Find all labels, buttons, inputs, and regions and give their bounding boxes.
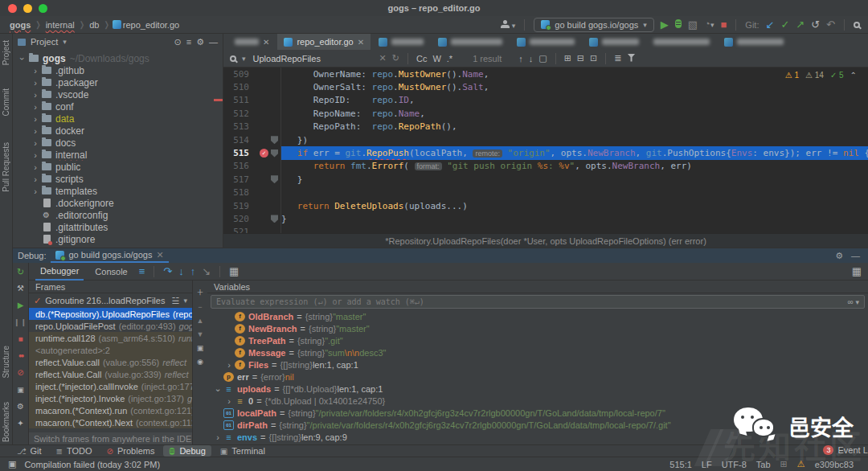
run-button[interactable]: ▶ bbox=[661, 19, 669, 31]
code-line[interactable]: 516 return fmt.Errorf( format: "git push… bbox=[223, 160, 868, 173]
threads-view-icon[interactable]: ≡ bbox=[139, 266, 145, 277]
gutter[interactable] bbox=[249, 80, 281, 93]
rail-commit-button[interactable]: Commit bbox=[2, 88, 10, 116]
gutter[interactable] bbox=[249, 160, 281, 173]
search-history-chevron-icon[interactable]: ▾ bbox=[242, 55, 246, 63]
gutter[interactable] bbox=[249, 199, 281, 212]
tab-redacted[interactable] bbox=[510, 34, 581, 50]
close-icon[interactable]: ✕ bbox=[156, 250, 163, 260]
tab-redacted[interactable] bbox=[583, 34, 645, 50]
tree-item[interactable]: ›public bbox=[13, 161, 223, 173]
search-everywhere-button[interactable] bbox=[854, 20, 860, 30]
code-line[interactable]: 517 } bbox=[223, 173, 868, 186]
pin-tab-button[interactable]: ✦ bbox=[17, 418, 23, 429]
next-occurrence-button[interactable]: ↓ bbox=[529, 54, 534, 63]
breadcrumb-file[interactable]: repo_editor.go bbox=[123, 20, 179, 30]
variable-row[interactable]: perr={error} nil bbox=[207, 371, 868, 383]
project-view-select[interactable]: Project bbox=[31, 37, 58, 47]
resume-button[interactable]: ▶ bbox=[18, 300, 24, 311]
tree-item[interactable]: .gitignore bbox=[13, 233, 223, 245]
gutter[interactable] bbox=[249, 226, 281, 233]
chevron-icon[interactable]: › bbox=[31, 114, 40, 124]
code-line[interactable]: 509 OwnerName: repo.MustOwner().Name, bbox=[223, 68, 868, 80]
tool-window-button-terminal[interactable]: ▣Terminal bbox=[215, 445, 271, 457]
stack-frame-row[interactable]: <autogenerated>:2 bbox=[29, 344, 192, 356]
code-line[interactable]: 519 return DeleteUploads(uploads...) bbox=[223, 199, 868, 212]
rail-project-button[interactable]: Project bbox=[2, 40, 10, 65]
tab-redacted[interactable] bbox=[372, 34, 430, 50]
tree-item[interactable]: ›.github bbox=[13, 64, 223, 76]
stack-frame-row[interactable]: reflect.Value.Call(value.go:339)reflect bbox=[29, 368, 192, 380]
run-to-cursor-button[interactable]: ↘ bbox=[202, 266, 211, 277]
code-line[interactable]: 518 bbox=[223, 186, 868, 199]
run-configuration-select[interactable]: go build gogs.io/gogs ▾ bbox=[534, 18, 654, 32]
search-filter-button[interactable] bbox=[628, 54, 636, 63]
variable-row[interactable]: fOldBranch={string} "master" bbox=[207, 310, 868, 322]
rail-pull-requests-button[interactable]: Pull Requests bbox=[2, 142, 10, 192]
lock-icon[interactable]: ⊞ bbox=[780, 459, 788, 469]
chevron-icon[interactable]: › bbox=[31, 186, 40, 196]
file-encoding[interactable]: UTF-8 bbox=[722, 460, 747, 469]
copy-value-button[interactable]: ▣ bbox=[197, 344, 204, 352]
debug-button[interactable] bbox=[675, 19, 682, 30]
fold-marker-icon[interactable] bbox=[271, 149, 278, 158]
coverage-button[interactable]: ▧ bbox=[688, 19, 698, 31]
words-toggle[interactable]: W bbox=[432, 54, 440, 63]
gutter[interactable] bbox=[249, 121, 281, 133]
code-line[interactable]: 515✓ if err = git.RepoPush(localPath, re… bbox=[223, 146, 868, 159]
gutter[interactable] bbox=[249, 107, 281, 120]
variable-row[interactable]: ›≡0={*db.Upload | 0x14001e24750} bbox=[207, 395, 868, 407]
fold-marker-icon[interactable] bbox=[271, 175, 278, 183]
tree-item[interactable]: ›.vscode bbox=[13, 88, 223, 100]
chevron-icon[interactable]: › bbox=[18, 54, 27, 63]
tree-item[interactable]: ›scripts bbox=[13, 173, 223, 185]
variable-row[interactable]: fTreePath={string} ".git" bbox=[207, 334, 868, 346]
refresh-search-icon[interactable]: ↻ bbox=[392, 53, 399, 63]
close-icon[interactable]: ✕ bbox=[263, 38, 269, 47]
breadcrumb-db[interactable]: db bbox=[89, 20, 99, 30]
tab-redacted[interactable] bbox=[432, 34, 509, 50]
expand-chevron-icon[interactable]: › bbox=[223, 360, 235, 370]
variable-row[interactable]: ›≡envs={[]string} len:9, cap:9 bbox=[207, 431, 868, 443]
variable-row[interactable]: fMessage={string} "sum\n\ndesc3" bbox=[207, 346, 868, 358]
show-watches-eye-button[interactable]: ◉ bbox=[197, 358, 203, 366]
tree-item[interactable]: ›data bbox=[13, 113, 223, 125]
tab-redacted[interactable]: ✕ bbox=[228, 34, 276, 50]
git-commit-button[interactable]: ✓ bbox=[780, 19, 789, 31]
tree-item-root[interactable]: ›gogs~/Downloads/gogs bbox=[13, 52, 223, 64]
tree-item[interactable]: ›docs bbox=[13, 137, 223, 149]
tool-window-button-git[interactable]: ⎇Git bbox=[11, 445, 47, 457]
add-occurrence-button[interactable]: ⊞ bbox=[564, 53, 571, 63]
clear-search-button[interactable]: ✕ bbox=[379, 53, 387, 63]
remove-occurrence-button[interactable]: ⊟ bbox=[577, 53, 584, 63]
add-watch-button[interactable]: ＋ bbox=[196, 287, 203, 297]
history-button[interactable]: ↺ bbox=[811, 19, 820, 31]
chevron-icon[interactable]: › bbox=[31, 126, 40, 136]
tool-window-button-todo[interactable]: ≣TODO bbox=[51, 445, 98, 457]
code-line[interactable]: 513 RepoPath: repo.RepoPath(), bbox=[223, 121, 868, 133]
variable-row[interactable]: fNewBranch={string} "master" bbox=[207, 322, 868, 334]
variable-row[interactable]: ⌄≡uploads={[]*db.Upload} len:1, cap:1 bbox=[207, 383, 868, 395]
gutter[interactable] bbox=[249, 68, 281, 80]
tool-window-switcher-icon[interactable]: ▣ bbox=[8, 459, 16, 469]
chevron-icon[interactable]: › bbox=[31, 162, 40, 172]
breakpoint-icon[interactable]: ✓ bbox=[260, 149, 268, 158]
hide-debug-panel-button[interactable]: — bbox=[851, 251, 860, 261]
code-line[interactable]: 520} bbox=[223, 212, 868, 225]
move-watch-down-button[interactable]: ▼ bbox=[197, 330, 204, 338]
git-update-button[interactable]: ↙ bbox=[765, 19, 774, 31]
project-settings-button[interactable]: ⚙ bbox=[196, 37, 204, 47]
goroutine-selector[interactable]: ✓ Goroutine 216...loadRepoFiles ☱ ▾ bbox=[29, 293, 192, 308]
fold-marker-icon[interactable] bbox=[271, 215, 278, 223]
breadcrumb-project[interactable]: gogs bbox=[10, 20, 31, 30]
collapse-all-button[interactable]: ≡ bbox=[186, 37, 191, 47]
rollback-button[interactable]: ↶ bbox=[826, 19, 835, 31]
stack-frame-row[interactable]: inject.(*injector).callInvoke(inject.go:… bbox=[29, 380, 192, 392]
tree-item[interactable]: ›templates bbox=[13, 185, 223, 197]
chevron-icon[interactable]: › bbox=[31, 138, 40, 148]
debugger-gear-icon[interactable]: ⚙ bbox=[17, 401, 24, 412]
tool-window-button-problems[interactable]: ⊘Problems bbox=[101, 445, 161, 457]
search-input[interactable]: UploadRepoFiles bbox=[253, 54, 374, 63]
tree-item[interactable]: .gitattributes bbox=[13, 221, 223, 233]
chevron-icon[interactable]: › bbox=[31, 90, 40, 100]
